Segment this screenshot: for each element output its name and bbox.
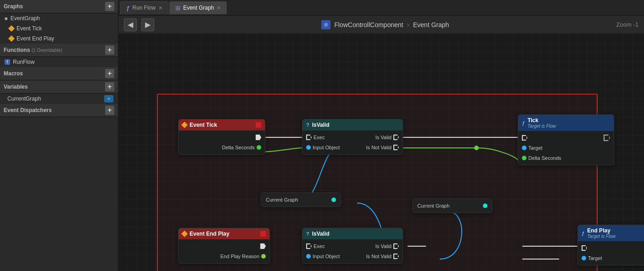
current-graph-top-label: Current Graph (266, 197, 298, 203)
tab-event-graph-close[interactable]: ✕ (217, 5, 221, 11)
end-play-reason-pin (261, 254, 266, 259)
event-tick-title: Event Tick (190, 122, 217, 128)
end-play-func-f-icon: ƒ (582, 231, 584, 236)
currentgraph-type-icon: ≡ (104, 95, 113, 102)
event-end-play-header: Event End Play (179, 228, 269, 239)
delta-seconds-pin (257, 145, 261, 150)
runflow-label: RunFlow (13, 59, 34, 65)
zoom-level: Zoom -1 (616, 21, 638, 28)
graphs-section-header[interactable]: Graphs + (0, 0, 118, 13)
delta-seconds-label: Delta Seconds (222, 145, 255, 150)
tab-run-flow-close[interactable]: ✕ (158, 5, 162, 11)
tab-run-flow-label: Run Flow (132, 5, 156, 11)
main-area: ƒ Run Flow ✕ ⊞ Event Graph ✕ ◀ ▶ ⊞ FlowC… (118, 0, 644, 271)
runflow-func-icon: f (5, 59, 10, 65)
dispatchers-section-header[interactable]: Event Dispatchers + (0, 104, 118, 117)
isvalid-top-exec-in (306, 135, 312, 140)
event-end-play-exec-out (182, 242, 266, 250)
event-tick-icon (8, 25, 15, 32)
add-dispatcher-button[interactable]: + (105, 106, 114, 115)
current-graph-top-body: Current Graph (261, 193, 341, 207)
tick-delta-label: Delta Seconds (528, 155, 561, 161)
variables-section-header[interactable]: Variables + (0, 80, 118, 94)
isvalid-top-body: Exec Is Valid Input Object Is Not Valid (302, 130, 403, 154)
add-function-button[interactable]: + (105, 45, 114, 55)
node-end-play-func[interactable]: ƒ End Play Target is Flow Target (577, 225, 644, 265)
end-play-target-label: Target (588, 255, 602, 261)
breadcrumb-component-name: FlowControllComponent (334, 21, 403, 28)
isvalid-top-title: IsValid (312, 122, 330, 128)
isvalid-bottom-title: IsValid (312, 231, 330, 237)
event-tick-header: Event Tick (179, 119, 265, 130)
tick-func-body: Target Delta Seconds (518, 131, 614, 165)
currentgraph-label: CurrentGraph (7, 96, 41, 102)
end-play-target-pin (582, 256, 586, 260)
graph-canvas[interactable]: Event Tick Delta Seconds ? IsValid (118, 34, 644, 271)
nav-back-button[interactable]: ◀ (124, 18, 137, 31)
sidebar-item-eventgraph[interactable]: ■ EventGraph (0, 13, 118, 23)
tick-delta-pin (522, 156, 526, 160)
end-play-func-title: End Play (587, 227, 616, 234)
end-play-exec-out-pin (260, 243, 266, 249)
isvalid-bottom-q-icon: ? (306, 231, 309, 237)
event-end-play-title: Event End Play (190, 231, 230, 237)
tab-bar: ƒ Run Flow ✕ ⊞ Event Graph ✕ (118, 0, 644, 16)
isvalid-top-input-row: Input Object Is Not Valid (306, 143, 399, 152)
sidebar-item-currentgraph[interactable]: CurrentGraph ≡ (0, 94, 118, 104)
isvalid-top-notvalid-out (393, 145, 399, 150)
end-play-exec-row (582, 244, 644, 252)
current-graph-bottom-label: Current Graph (417, 203, 449, 209)
tick-exec-row (522, 134, 610, 142)
sidebar-item-event-end-play[interactable]: Event End Play (0, 34, 118, 44)
tab-run-flow[interactable]: ƒ Run Flow ✕ (120, 1, 168, 14)
isvalid-top-input-pin (306, 145, 311, 150)
nav-forward-button[interactable]: ▶ (141, 18, 154, 31)
eventgraph-icon: ■ (5, 16, 8, 21)
dispatchers-label: Event Dispatchers (4, 107, 52, 113)
node-current-graph-bottom[interactable]: Current Graph (412, 198, 493, 213)
tick-func-subtitle: Target is Flow (527, 124, 556, 129)
node-event-tick[interactable]: Event Tick Delta Seconds (178, 119, 265, 155)
event-end-play-label: Event End Play (17, 35, 54, 42)
node-isvalid-bottom[interactable]: ? IsValid Exec Is Valid (302, 228, 403, 264)
end-play-target-row: Target (582, 254, 644, 262)
tab-event-graph[interactable]: ⊞ Event Graph ✕ (169, 1, 227, 14)
sidebar-item-runflow[interactable]: f RunFlow (0, 57, 118, 67)
node-tick-func[interactable]: ƒ Tick Target is Flow Target Delta Seco (518, 114, 614, 165)
end-play-func-subtitle: Target is Flow (587, 234, 616, 239)
node-event-end-play[interactable]: Event End Play End Play Reason (178, 228, 270, 264)
isvalid-bottom-isvalid-out (393, 243, 399, 249)
tick-delta-row: Delta Seconds (522, 154, 610, 162)
svg-point-0 (474, 146, 479, 150)
sidebar: Graphs + ■ EventGraph Event Tick Event E… (0, 0, 118, 271)
tick-func-title: Tick (527, 117, 556, 124)
macros-section-header[interactable]: Macros + (0, 67, 118, 80)
node-isvalid-top[interactable]: ? IsValid Exec Is Valid (302, 119, 403, 155)
node-current-graph-top[interactable]: Current Graph (261, 192, 341, 207)
isvalid-top-exec-row: Exec Is Valid (306, 133, 399, 141)
event-graph-tab-icon: ⊞ (175, 5, 180, 11)
event-tick-red-square (256, 122, 261, 128)
graph-toolbar: ◀ ▶ ⊞ FlowControllComponent › Event Grap… (118, 16, 644, 34)
add-variable-button[interactable]: + (105, 82, 114, 91)
add-graph-button[interactable]: + (105, 2, 114, 11)
event-tick-exec-out (182, 133, 261, 141)
isvalid-top-isvalid-out (393, 135, 399, 140)
tick-exec-in (522, 135, 527, 141)
event-end-play-diamond-icon (181, 231, 188, 237)
breadcrumb-component-icon: ⊞ (321, 20, 330, 29)
functions-section-header[interactable]: Functions (1 Overridable) + (0, 44, 118, 57)
eventgraph-label: EventGraph (11, 15, 40, 22)
end-play-func-title-area: End Play Target is Flow (587, 227, 616, 239)
current-graph-bottom-body: Current Graph (413, 199, 492, 213)
add-macro-button[interactable]: + (105, 69, 114, 78)
tick-func-header: ƒ Tick Target is Flow (518, 115, 614, 131)
event-end-play-reason-row: End Play Reason (182, 252, 266, 260)
exec-out-pin (256, 135, 261, 140)
event-end-play-body: End Play Reason (179, 239, 269, 263)
variables-label: Variables (4, 84, 28, 90)
sidebar-item-event-tick[interactable]: Event Tick (0, 23, 118, 34)
current-graph-bottom-pin-row: Current Graph (417, 202, 487, 210)
event-end-play-icon (8, 35, 15, 42)
isvalid-top-q-icon: ? (306, 122, 309, 128)
